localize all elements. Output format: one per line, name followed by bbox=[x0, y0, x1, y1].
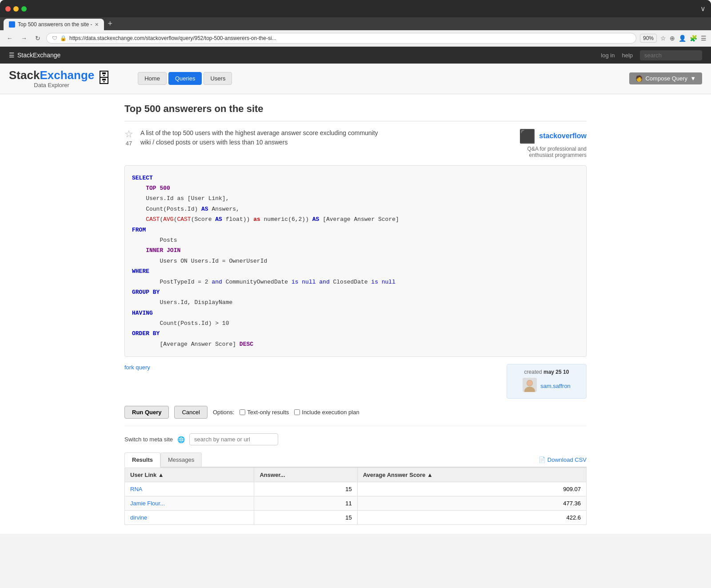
svg-point-3 bbox=[527, 380, 532, 386]
sql-select: SELECT bbox=[132, 175, 153, 181]
execution-plan-checkbox[interactable] bbox=[294, 409, 300, 415]
sql-from: FROM bbox=[132, 227, 146, 233]
back-button[interactable]: ← bbox=[4, 34, 15, 43]
extensions-icon[interactable]: 🧩 bbox=[690, 35, 697, 42]
page-title: Top 500 answerers on the site bbox=[124, 103, 587, 115]
sql-having: HAVING bbox=[132, 310, 153, 316]
created-label: created may 25 10 bbox=[513, 369, 580, 375]
close-window-button[interactable] bbox=[5, 6, 11, 12]
results-tabs: Results Messages bbox=[124, 452, 539, 467]
answers-jamie: 11 bbox=[254, 496, 357, 511]
nav-home-button[interactable]: Home bbox=[138, 72, 167, 85]
fork-query-link[interactable]: fork query bbox=[124, 364, 150, 371]
col-answers-label: Answer... bbox=[260, 472, 285, 478]
brand-name[interactable]: StackExchange bbox=[17, 52, 60, 59]
sql-cast: CAST(AVG(CAST(Score AS float)) as numeri… bbox=[146, 216, 399, 223]
col-user-link[interactable]: User Link ▲ bbox=[125, 468, 254, 482]
help-link[interactable]: help bbox=[622, 52, 633, 59]
sql-having-clause: Count(Posts.Id) > 10 bbox=[160, 320, 229, 327]
user-link-dirvine[interactable]: dirvine bbox=[130, 514, 147, 521]
new-tab-button[interactable]: + bbox=[104, 17, 116, 30]
user-link-rna[interactable]: RNA bbox=[130, 486, 142, 492]
sql-code-block: SELECT TOP 500 Users.Id as [User Link], … bbox=[124, 165, 587, 357]
page-content: Top 500 answerers on the site ☆ 47 A lis… bbox=[111, 94, 600, 534]
wallet-icon[interactable]: ⊕ bbox=[670, 35, 675, 42]
tab-results[interactable]: Results bbox=[124, 452, 160, 468]
site-brand: ☰ StackExchange bbox=[9, 52, 60, 59]
sql-count: Count(Posts.Id) AS Answers, bbox=[146, 206, 240, 212]
text-only-option[interactable]: Text-only results bbox=[240, 409, 289, 416]
sql-where: WHERE bbox=[132, 268, 149, 275]
created-date: may 25 10 bbox=[543, 369, 569, 375]
star-box: ☆ 47 bbox=[124, 128, 133, 147]
table-row: RNA 15 909.07 bbox=[125, 482, 587, 496]
star-icon[interactable]: ☆ bbox=[124, 128, 133, 140]
active-tab[interactable]: Top 500 answerers on the site - ✕ bbox=[4, 19, 104, 30]
url-text: https://data.stackexchange.com/stackover… bbox=[69, 35, 276, 41]
tab-messages[interactable]: Messages bbox=[160, 452, 202, 467]
address-bar[interactable]: 🛡 🔒 https://data.stackexchange.com/stack… bbox=[46, 33, 636, 44]
download-csv-label: Download CSV bbox=[547, 456, 587, 463]
main-nav-buttons: Home Queries Users bbox=[138, 72, 232, 85]
compose-dropdown-icon: ▼ bbox=[690, 75, 696, 82]
stackoverflow-tagline: Q&A for professional and enthusiast prog… bbox=[519, 146, 587, 158]
created-text: created bbox=[524, 369, 542, 375]
user-link-jamie[interactable]: Jamie Flour... bbox=[130, 500, 165, 507]
browser-title-bar: ∨ bbox=[0, 0, 711, 17]
minimize-window-button[interactable] bbox=[13, 6, 19, 12]
stackoverflow-name[interactable]: stackoverflow bbox=[539, 132, 587, 140]
table-row: dirvine 15 422.6 bbox=[125, 511, 587, 525]
browser-nav-bar: ← → ↻ 🛡 🔒 https://data.stackexchange.com… bbox=[0, 30, 711, 47]
results-table-body: RNA 15 909.07 Jamie Flour... 11 477.36 d… bbox=[125, 482, 587, 525]
logo-icon: 🗄 bbox=[97, 70, 111, 87]
security-shield-icon: 🛡 bbox=[52, 35, 57, 41]
stackoverflow-logo: ⬛ stackoverflow bbox=[519, 128, 587, 144]
col-avg-score[interactable]: Average Answer Score ▲ bbox=[357, 468, 586, 482]
tab-close-button[interactable]: ✕ bbox=[95, 22, 99, 28]
text-only-checkbox[interactable] bbox=[240, 409, 245, 415]
meta-switch-area: Switch to meta site 🌐 bbox=[124, 433, 587, 445]
maximize-window-button[interactable] bbox=[21, 6, 27, 12]
login-link[interactable]: log in bbox=[601, 52, 615, 59]
sql-order-by-clause: [Average Answer Score] DESC bbox=[160, 341, 253, 348]
logo-exchange: Exchange bbox=[40, 68, 94, 82]
sql-top: TOP 500 bbox=[146, 185, 170, 192]
main-nav: StackExchange Data Explorer 🗄 Home Queri… bbox=[0, 64, 711, 94]
meta-search-input[interactable] bbox=[189, 433, 278, 445]
execution-plan-option[interactable]: Include execution plan bbox=[294, 409, 359, 416]
avg-score-jamie: 477.36 bbox=[357, 496, 586, 511]
run-query-button[interactable]: Run Query bbox=[124, 406, 169, 419]
forward-button[interactable]: → bbox=[19, 34, 29, 43]
nav-queries-button[interactable]: Queries bbox=[168, 72, 202, 85]
compose-query-button[interactable]: 🧑 Compose Query ▼ bbox=[629, 72, 702, 84]
table-row: Jamie Flour... 11 477.36 bbox=[125, 496, 587, 511]
logo-stack: Stack bbox=[9, 68, 40, 82]
logo-subtitle: Data Explorer bbox=[9, 82, 94, 88]
bookmark-icon[interactable]: ☆ bbox=[660, 35, 666, 42]
results-table: User Link ▲ Answer... Average Answer Sco… bbox=[124, 468, 587, 525]
col-avg-score-label: Average Answer Score ▲ bbox=[363, 472, 433, 478]
sql-posts: Posts bbox=[160, 237, 177, 244]
user-profile-link[interactable]: sam.saffron bbox=[540, 383, 571, 389]
sql-order-by: ORDER BY bbox=[132, 330, 160, 337]
nav-users-button[interactable]: Users bbox=[204, 72, 232, 85]
col-answers[interactable]: Answer... bbox=[254, 468, 357, 482]
download-csv-link[interactable]: 📄 Download CSV bbox=[539, 456, 587, 463]
user-avatar-area: sam.saffron bbox=[513, 378, 580, 394]
avg-score-dirvine: 422.6 bbox=[357, 511, 586, 525]
refresh-button[interactable]: ↻ bbox=[33, 34, 43, 43]
compose-label: Compose Query bbox=[645, 75, 687, 82]
top-search-input[interactable] bbox=[640, 50, 702, 60]
tab-favicon bbox=[9, 21, 15, 28]
cancel-button[interactable]: Cancel bbox=[174, 406, 207, 419]
execution-plan-label: Include execution plan bbox=[302, 409, 359, 416]
stackoverflow-icon: ⬛ bbox=[519, 128, 535, 144]
query-description: A list of the top 500 users with the hig… bbox=[140, 128, 512, 147]
profile-icon[interactable]: 👤 bbox=[679, 35, 686, 42]
sql-users-on: Users ON Users.Id = OwnerUserId bbox=[160, 258, 267, 264]
results-tabs-row: Results Messages 📄 Download CSV bbox=[124, 452, 587, 468]
browser-tabs-bar: Top 500 answerers on the site - ✕ + bbox=[0, 17, 711, 30]
answers-rna: 15 bbox=[254, 482, 357, 496]
menu-icon[interactable]: ☰ bbox=[701, 35, 707, 42]
top-nav-links: log in help bbox=[601, 50, 702, 60]
